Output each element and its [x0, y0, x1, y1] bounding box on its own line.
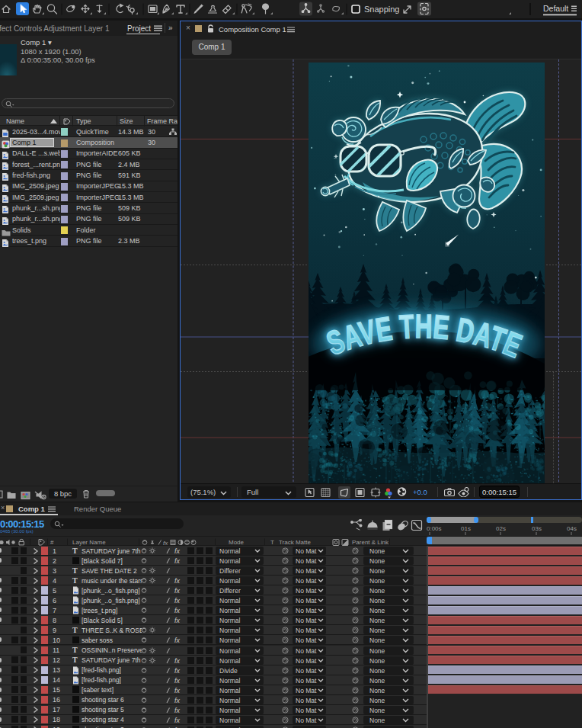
- svg-text:fx: fx: [174, 657, 181, 665]
- svg-text:fx: fx: [174, 557, 181, 565]
- svg-text:fx: fx: [174, 677, 181, 685]
- svg-text:fx: fx: [174, 687, 181, 694]
- svg-text:fx: fx: [174, 637, 181, 644]
- svg-text:fx: fx: [174, 617, 181, 624]
- svg-text:fx: fx: [174, 697, 181, 704]
- svg-text:Mode: Mode: [229, 539, 245, 546]
- svg-text:fx: fx: [174, 707, 181, 714]
- svg-text:Track Matte: Track Matte: [279, 539, 311, 546]
- svg-text:Snapping: Snapping: [364, 5, 400, 14]
- svg-text:fx: fx: [174, 577, 181, 585]
- svg-text:fx: fx: [174, 717, 181, 724]
- svg-text:fx: fx: [174, 597, 181, 605]
- svg-text:Parent & Link: Parent & Link: [352, 539, 389, 546]
- svg-text:fx: fx: [174, 607, 181, 614]
- svg-text:fx: fx: [163, 539, 168, 546]
- svg-text:Default: Default: [543, 4, 568, 13]
- svg-text:#: #: [50, 539, 54, 546]
- svg-text:fx: fx: [174, 547, 181, 555]
- svg-text:Layer Name: Layer Name: [72, 539, 106, 546]
- svg-text:fx: fx: [174, 667, 181, 675]
- svg-text:T: T: [270, 539, 274, 546]
- svg-text:fx: fx: [174, 587, 181, 595]
